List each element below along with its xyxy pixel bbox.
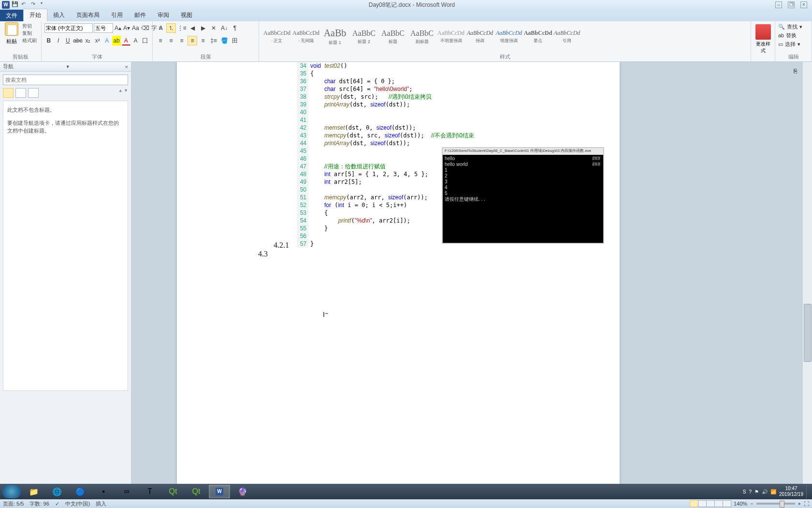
document-area[interactable]: 3435363738394041424344454647484950515253… <box>131 62 802 499</box>
nav-dropdown-icon[interactable]: ▼ <box>66 64 70 69</box>
superscript-button[interactable]: x² <box>93 36 102 45</box>
text-effects-icon[interactable]: A <box>103 36 112 45</box>
view-outline[interactable] <box>714 500 723 507</box>
taskbar-vs[interactable]: ∞ <box>116 485 137 498</box>
replace-button[interactable]: ab 替换 <box>778 31 809 40</box>
taskbar-sublime[interactable]: ▪ <box>93 485 114 498</box>
tray-volume-icon[interactable]: 🔊 <box>762 489 768 494</box>
tab-references[interactable]: 引用 <box>105 9 129 21</box>
nav-tab-arrows[interactable]: ▲ ▼ <box>118 88 128 98</box>
taskbar-word[interactable]: W <box>209 485 230 498</box>
style-item[interactable]: AaBbCcDd明显强调 <box>495 23 523 50</box>
grow-font-icon[interactable]: A▴ <box>114 23 122 33</box>
redo-icon[interactable]: ↷ <box>31 1 39 9</box>
minimize-button[interactable]: – <box>775 1 782 8</box>
nav-search-input[interactable] <box>3 75 128 85</box>
start-button[interactable] <box>2 485 21 498</box>
undo-icon[interactable]: ↶ <box>21 1 29 9</box>
view-full-screen[interactable] <box>698 500 707 507</box>
bullets-icon[interactable]: ≡ <box>156 23 165 33</box>
view-print-layout[interactable] <box>690 500 698 507</box>
nav-close-icon[interactable]: × <box>125 64 128 70</box>
view-web[interactable] <box>706 500 715 507</box>
status-language[interactable]: 中文(中国) <box>65 500 90 508</box>
change-case-icon[interactable]: Aa <box>131 23 140 33</box>
increase-indent-icon[interactable]: ▶ <box>198 23 208 33</box>
taskbar-text[interactable]: T <box>139 485 160 498</box>
asian-layout-icon[interactable]: ✕ <box>209 23 218 33</box>
line-spacing-icon[interactable]: ‡≡ <box>209 36 218 45</box>
status-page[interactable]: 页面: 5/5 <box>3 500 24 508</box>
styles-gallery[interactable]: AaBbCcDd· 正文AaBbCcDd· 无间隔AaBb标题 1AaBbC标题… <box>262 22 748 51</box>
numbering-icon[interactable]: ⒈ <box>166 23 176 33</box>
zoom-level[interactable]: 140% <box>734 501 747 507</box>
taskbar-qt1[interactable]: Qt <box>162 485 184 498</box>
tray-network-icon[interactable]: 📶 <box>770 489 776 494</box>
sort-icon[interactable]: A↓ <box>219 23 229 33</box>
status-words[interactable]: 字数: 96 <box>29 500 49 508</box>
scrollbar-thumb[interactable] <box>804 304 812 362</box>
decrease-indent-icon[interactable]: ◀ <box>188 23 197 33</box>
style-item[interactable]: AaBbCcDd要点 <box>524 23 552 50</box>
tab-mailings[interactable]: 邮件 <box>129 9 152 21</box>
format-painter-button[interactable]: 格式刷 <box>22 37 37 44</box>
strike-button[interactable]: abc <box>73 36 83 45</box>
shrink-font-icon[interactable]: A▾ <box>123 23 130 33</box>
style-item[interactable]: AaBbC标题 2 <box>350 23 378 50</box>
taskbar-chrome[interactable]: 🌐 <box>46 485 68 498</box>
multilevel-icon[interactable]: ⋮≡ <box>177 23 187 33</box>
style-item[interactable]: AaBbCcDd强调 <box>466 23 494 50</box>
zoom-fit-icon[interactable]: ⛶ <box>804 501 809 507</box>
tray-ime-icon[interactable]: S <box>743 489 746 494</box>
nav-tab-results[interactable] <box>28 88 39 98</box>
cut-button[interactable]: 剪切 <box>22 23 37 30</box>
style-item[interactable]: AaBbCcDd· 无间隔 <box>292 23 320 50</box>
style-item[interactable]: AaBbCcDd引用 <box>553 23 581 50</box>
style-item[interactable]: AaBbC副标题 <box>408 23 436 50</box>
status-proof-icon[interactable]: ✓ <box>55 501 59 507</box>
tray-help-icon[interactable]: ? <box>749 489 752 494</box>
highlight-icon[interactable]: ab <box>112 36 121 45</box>
font-color-icon[interactable]: A <box>122 36 130 45</box>
tab-layout[interactable]: 页面布局 <box>71 9 105 21</box>
zoom-out-icon[interactable]: − <box>750 501 753 507</box>
taskbar-browser[interactable]: 🔮 <box>232 485 253 498</box>
shading-icon[interactable]: 🪣 <box>219 36 229 45</box>
zoom-slider[interactable] <box>756 503 795 505</box>
status-mode[interactable]: 插入 <box>96 500 106 508</box>
tab-insert[interactable]: 插入 <box>47 9 71 21</box>
object-anchor-icon[interactable]: ⎘ <box>794 68 801 75</box>
underline-button[interactable]: U <box>63 36 72 45</box>
style-item[interactable]: AaBbCcDd· 正文 <box>263 23 291 50</box>
align-center-icon[interactable]: ≡ <box>166 36 176 45</box>
style-item[interactable]: AaBb标题 1 <box>321 23 349 50</box>
taskbar-app-blue[interactable]: 🔵 <box>70 485 91 498</box>
tab-view[interactable]: 视图 <box>175 9 198 21</box>
qat-more-icon[interactable]: ▾ <box>41 1 48 9</box>
vertical-scrollbar[interactable] <box>802 62 812 499</box>
close-button[interactable]: × <box>800 1 807 8</box>
bold-button[interactable]: B <box>44 36 53 45</box>
file-tab[interactable]: 文件 <box>0 10 23 21</box>
style-item[interactable]: AaBbCcDd不明显强调 <box>437 23 465 50</box>
font-name-select[interactable] <box>44 23 93 33</box>
distribute-icon[interactable]: ≡ <box>198 36 208 45</box>
zoom-in-icon[interactable]: + <box>798 501 801 507</box>
subscript-button[interactable]: x₂ <box>84 36 92 45</box>
font-size-select[interactable] <box>94 23 113 33</box>
find-button[interactable]: 🔍 查找 ▾ <box>778 22 809 31</box>
style-item[interactable]: AaBbC标题 <box>379 23 407 50</box>
taskbar-explorer[interactable]: 📁 <box>23 485 44 498</box>
restore-button[interactable]: ❐ <box>788 1 795 8</box>
tab-home[interactable]: 开始 <box>23 9 47 21</box>
nav-tab-headings[interactable] <box>3 88 14 98</box>
char-border-icon[interactable]: 囗 <box>141 36 149 45</box>
view-draft[interactable] <box>723 500 731 507</box>
italic-button[interactable]: I <box>54 36 63 45</box>
borders-icon[interactable]: 田 <box>230 36 240 45</box>
save-icon[interactable]: 💾 <box>12 1 19 9</box>
tab-review[interactable]: 审阅 <box>152 9 175 21</box>
change-styles-icon[interactable] <box>755 24 771 40</box>
show-marks-icon[interactable]: ¶ <box>230 23 240 33</box>
paste-button[interactable]: 粘贴 <box>3 22 20 45</box>
